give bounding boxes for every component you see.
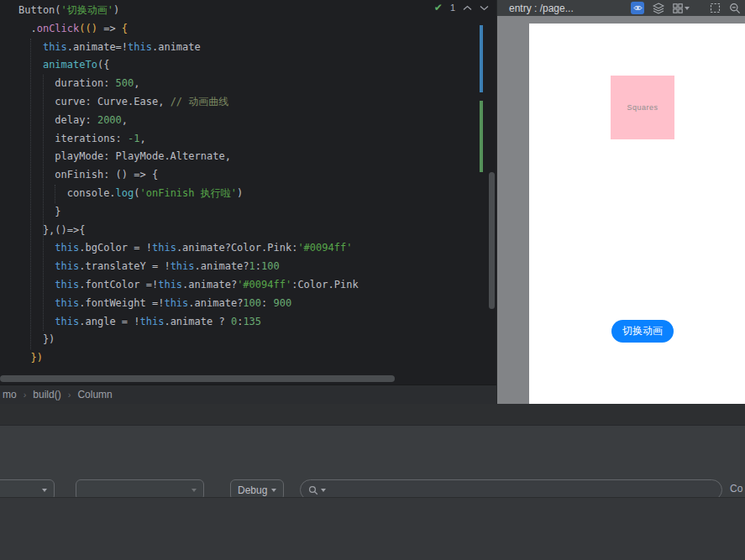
code-token: this — [171, 260, 195, 272]
breadcrumb-item[interactable]: Column — [77, 389, 112, 400]
code-token: this — [55, 316, 79, 327]
code-line: duration: 500, — [18, 75, 359, 93]
code-token: 100 — [261, 260, 280, 272]
code-token — [18, 59, 43, 71]
change-marker-green — [480, 101, 483, 172]
code-token: curve: Curve.Ease, — [18, 96, 171, 107]
previewer-toolbar — [631, 2, 741, 14]
code-line: animateTo({ — [18, 56, 359, 75]
chevron-down-icon — [42, 489, 47, 492]
bottom-panel: Debug Co — [0, 404, 745, 560]
code-line: }) — [18, 349, 359, 368]
code-token — [18, 316, 55, 327]
code-line: console.log('onFinish 执行啦') — [18, 185, 359, 203]
zoom-out-icon[interactable] — [729, 3, 741, 14]
code-line: this.fontWeight =!this.animate?100: 900 — [18, 295, 359, 313]
chevron-down-icon — [191, 489, 197, 492]
debug-toolbar-row: Debug Co — [0, 425, 745, 497]
code-token: , — [134, 77, 139, 89]
code-token: .animate=! — [67, 41, 128, 53]
code-line: this.animate=!this.animate — [18, 39, 359, 57]
previewer-panel: entry : /page... — [496, 0, 745, 404]
inspect-toggle-button[interactable] — [631, 2, 644, 14]
search-input[interactable] — [328, 484, 714, 496]
code-token: .animate?Color.Pink: — [176, 242, 298, 254]
chevron-down-icon — [271, 489, 276, 492]
code-token: this — [55, 297, 79, 309]
inspections-widget[interactable]: ✔ 1 — [434, 1, 489, 14]
code-token: this — [158, 279, 182, 290]
code-line: this.translateY = !this.animate?1:100 — [18, 258, 359, 276]
chevron-down-icon — [321, 489, 326, 492]
code-token: playMode: PlayMode.Alternate, — [18, 150, 231, 162]
search-icon — [308, 485, 318, 495]
code-token: .fontWeight =! — [79, 297, 164, 309]
change-marker-blue — [480, 25, 483, 92]
previous-issue-icon[interactable] — [463, 5, 472, 11]
code-line: .onClick(() => { — [18, 20, 359, 39]
code-line: } — [18, 203, 359, 222]
code-token: this — [55, 279, 79, 290]
breadcrumb-item[interactable]: build() — [33, 389, 60, 400]
breadcrumb: mo›build()›Column — [0, 385, 496, 404]
code-token: this — [152, 242, 176, 254]
code-token: // 动画曲线 — [171, 96, 229, 107]
previewer-title: entry : /page... — [509, 3, 574, 14]
chevron-down-icon — [685, 7, 690, 10]
code-token: },()=>{ — [18, 224, 85, 236]
console-label[interactable]: Co — [730, 483, 742, 495]
code-line: iterations: -1, — [18, 130, 359, 149]
code-token: , — [140, 133, 146, 144]
code-token: { — [122, 23, 128, 34]
code-editor[interactable]: Button('切换动画') .onClick(() => { this.ani… — [0, 0, 496, 385]
code-token: ({ — [97, 59, 109, 71]
code-token: .animate? — [188, 297, 243, 309]
code-token: }) — [18, 333, 55, 345]
code-token: 900 — [274, 297, 292, 309]
code-token: 135 — [243, 316, 261, 327]
bottom-panel-lower — [0, 497, 745, 560]
eye-icon — [633, 4, 643, 12]
vertical-scrollbar[interactable] — [489, 172, 495, 309]
breadcrumb-separator: › — [68, 390, 71, 400]
code-line: },()=>{ — [18, 222, 359, 240]
previewer-header: entry : /page... — [497, 0, 745, 16]
code-token — [18, 41, 43, 53]
code-token — [18, 260, 55, 272]
code-token: this — [55, 260, 79, 272]
components-menu-button[interactable] — [673, 3, 690, 13]
code-token: :Color.Pink — [291, 279, 358, 290]
code-token: this — [128, 41, 152, 53]
breadcrumb-separator: › — [24, 390, 27, 400]
code-token: .translateY = ! — [79, 260, 170, 272]
components-grid-icon — [673, 3, 683, 13]
next-issue-icon[interactable] — [480, 5, 489, 11]
code-token: .animate? — [182, 279, 237, 290]
code-line: curve: Curve.Ease, // 动画曲线 — [18, 93, 359, 112]
code-token: animateTo — [43, 59, 97, 71]
code-token: .fontColor =! — [79, 279, 158, 290]
frame-icon[interactable] — [710, 3, 721, 13]
breadcrumb-item[interactable]: mo — [3, 389, 17, 400]
preview-toggle-animation-button[interactable]: 切换动画 — [611, 320, 674, 343]
debug-select-value: Debug — [238, 484, 267, 496]
code-token: console. — [18, 187, 116, 199]
code-token: .animate — [152, 41, 201, 53]
code-token: : — [261, 297, 273, 309]
code-token: ( — [134, 187, 139, 199]
code-line: onFinish: () => { — [18, 166, 359, 185]
code-token: this — [140, 316, 165, 327]
ide-window: Button('切换动画') .onClick(() => { this.ani… — [0, 0, 745, 560]
code-token: 2000 — [97, 114, 122, 126]
inspections-check-icon: ✔ — [434, 2, 443, 13]
code-line: delay: 2000, — [18, 112, 359, 130]
code-token: iterations: — [18, 133, 128, 144]
code-token: this — [43, 41, 67, 53]
preview-square-label: Squares — [627, 103, 658, 112]
code-token: 500 — [116, 77, 134, 89]
layers-icon[interactable] — [653, 3, 664, 14]
code-token: 100 — [243, 297, 261, 309]
horizontal-scrollbar[interactable] — [0, 375, 395, 382]
preview-canvas: Squares 切换动画 — [529, 24, 745, 404]
code-token: , — [122, 114, 128, 126]
